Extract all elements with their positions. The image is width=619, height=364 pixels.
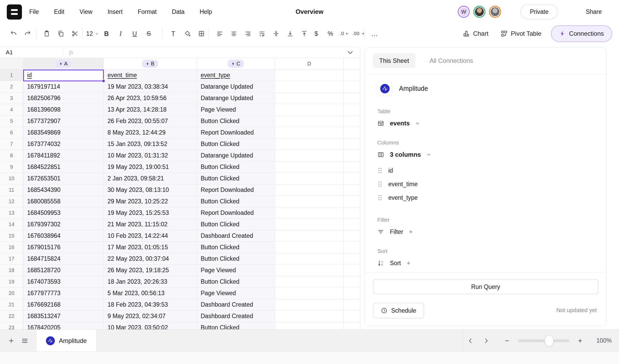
column-header-a[interactable]: A (23, 58, 104, 70)
grid-cell-empty[interactable] (275, 299, 344, 311)
grid-cell[interactable]: 19 Mar 2023, 03:38:34 (104, 81, 197, 93)
grid-cell[interactable]: Button Clicked (197, 242, 275, 253)
row-number[interactable]: 7 (0, 138, 23, 150)
grid-cell[interactable]: 1680085558 (23, 196, 104, 207)
grid-cell[interactable]: 1684715824 (23, 253, 104, 265)
grid-cell-empty[interactable] (344, 173, 360, 184)
add-filter-plus-icon[interactable]: + (409, 228, 413, 235)
column-header-d[interactable]: D (275, 58, 344, 70)
column-header-b[interactable]: B (104, 58, 197, 70)
menu-item-insert[interactable]: Insert (108, 8, 123, 15)
menu-item-file[interactable]: File (29, 8, 39, 15)
avatar[interactable] (473, 6, 485, 18)
formula-bar-chevron-icon[interactable] (347, 49, 354, 56)
grid-cell[interactable]: Report Downloaded (197, 207, 275, 219)
share-button[interactable]: Share (586, 4, 602, 19)
grid-cell[interactable]: 1678420205 (23, 322, 104, 329)
decrease-decimals-button[interactable]: .0 (338, 27, 351, 40)
grid-cell[interactable]: 1676692168 (23, 299, 104, 311)
row-number[interactable]: 2 (0, 81, 23, 93)
grid-cell[interactable]: Page Viewed (197, 265, 275, 276)
grid-cell-empty[interactable] (344, 219, 360, 230)
grid-cell[interactable]: Button Clicked (197, 116, 275, 127)
grid-cell[interactable]: 1673774032 (23, 138, 104, 150)
pivot-table-button[interactable]: Pivot Table (498, 30, 544, 37)
grid-cell[interactable]: 1676038964 (23, 230, 104, 242)
row-number[interactable]: 6 (0, 127, 23, 138)
align-center-button[interactable] (228, 27, 240, 40)
connection-row[interactable]: Amplitude (377, 81, 428, 96)
grid-cell[interactable]: Button Clicked (197, 276, 275, 288)
italic-button[interactable]: I (114, 27, 127, 40)
more-options-button[interactable]: … (368, 27, 381, 40)
grid-cell[interactable]: 5 Mar 2023, 00:56:13 (104, 288, 197, 299)
grid-cell[interactable]: 22 May 2023, 00:37:04 (104, 253, 197, 265)
grid-cell-empty[interactable] (275, 276, 344, 288)
grid-cell-empty[interactable] (275, 311, 344, 322)
grid-cell[interactable]: 15 Jan 2023, 09:13:52 (104, 138, 197, 150)
grid-cell-empty[interactable] (275, 104, 344, 116)
bold-button[interactable]: B (100, 27, 113, 40)
undo-button[interactable] (7, 27, 20, 40)
grid-cell[interactable]: Button Clicked (197, 138, 275, 150)
grid-cell-empty[interactable] (344, 299, 360, 311)
paste-button[interactable] (40, 27, 53, 40)
grid-cell[interactable]: Dashboard Created (197, 311, 275, 322)
font-size-selector[interactable]: 12 (86, 27, 99, 40)
grid-cell[interactable]: 1679015176 (23, 242, 104, 253)
grid-cell[interactable]: Datarange Updated (197, 150, 275, 161)
row-number[interactable]: 21 (0, 299, 23, 311)
grid-cell-empty[interactable] (275, 138, 344, 150)
grid-cell[interactable]: 9 May 2023, 02:34:07 (104, 311, 197, 322)
vertical-align-middle-button[interactable] (270, 27, 282, 40)
grid-cell[interactable]: Button Clicked (197, 322, 275, 329)
text-wrap-button[interactable] (256, 27, 268, 40)
row-number[interactable]: 19 (0, 276, 23, 288)
avatar[interactable]: W (458, 6, 470, 18)
grid-cell[interactable]: Button Clicked (197, 161, 275, 173)
corner-cell[interactable] (0, 58, 23, 70)
grid-cell[interactable]: 1685128720 (23, 265, 104, 276)
grid-cell-empty[interactable] (344, 161, 360, 173)
grid-cell[interactable]: 21 Mar 2023, 11:15:02 (104, 219, 197, 230)
grid-cell[interactable]: 10 Feb 2023, 14:22:44 (104, 230, 197, 242)
grid-cell[interactable]: 1683549869 (23, 127, 104, 138)
row-number[interactable]: 18 (0, 265, 23, 276)
grid-cell[interactable]: 30 May 2023, 08:13:10 (104, 184, 197, 196)
grid-cell-empty[interactable] (344, 288, 360, 299)
grid-cell[interactable]: Report Downloaded (197, 127, 275, 138)
grid-cell[interactable]: 26 Feb 2023, 00:55:07 (104, 116, 197, 127)
grid-cell-empty[interactable] (275, 242, 344, 253)
grid-cell[interactable]: 1674073593 (23, 276, 104, 288)
column-header-c[interactable]: C (197, 58, 275, 70)
row-number[interactable]: 1 (0, 70, 23, 81)
row-number[interactable]: 14 (0, 219, 23, 230)
grid-cell-empty[interactable] (275, 230, 344, 242)
zoom-out-button[interactable]: − (505, 337, 509, 345)
increase-decimals-button[interactable]: .00 (352, 27, 365, 40)
row-number[interactable]: 5 (0, 116, 23, 127)
grid-cell[interactable]: 1677372907 (23, 116, 104, 127)
grid-cell-empty[interactable] (275, 265, 344, 276)
cut-button[interactable] (69, 27, 81, 40)
grid-cell[interactable]: Dashboard Created (197, 299, 275, 311)
grid-cell-empty[interactable] (344, 93, 360, 104)
schedule-button[interactable]: Schedule (373, 303, 424, 318)
row-number[interactable]: 4 (0, 104, 23, 116)
percent-format-button[interactable]: % (324, 27, 337, 40)
grid-cell-empty[interactable] (344, 127, 360, 138)
sheet-tab-amplitude[interactable]: Amplitude (37, 330, 96, 352)
row-number[interactable]: 23 (0, 322, 23, 329)
menu-item-data[interactable]: Data (172, 8, 185, 15)
grid-cell[interactable]: event_time (104, 70, 197, 81)
row-number[interactable]: 13 (0, 207, 23, 219)
row-number[interactable]: 9 (0, 161, 23, 173)
grid-cell-empty[interactable] (275, 173, 344, 184)
grid-cell-empty[interactable] (344, 104, 360, 116)
row-number[interactable]: 8 (0, 150, 23, 161)
grid-cell[interactable]: 1679397302 (23, 219, 104, 230)
grid-cell[interactable]: 1678411892 (23, 150, 104, 161)
grid-cell[interactable]: id (23, 70, 104, 81)
grid-cell-empty[interactable] (344, 184, 360, 196)
chevron-left-icon[interactable] (467, 337, 474, 344)
